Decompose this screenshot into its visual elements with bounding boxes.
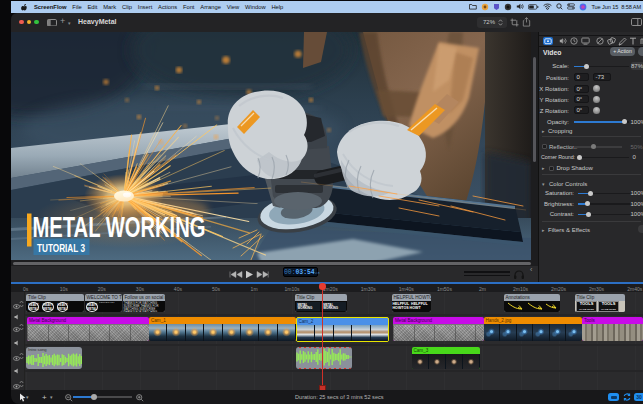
svg-text:TUTORIAL 3: TUTORIAL 3 — [37, 242, 85, 254]
svg-text:METAL WORKING: METAL WORKING — [33, 211, 206, 243]
